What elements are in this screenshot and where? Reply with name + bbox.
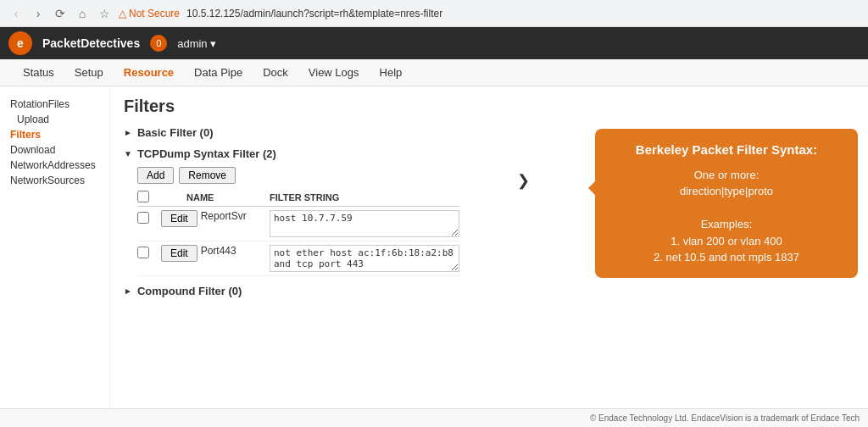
callout-line1: One or more:	[609, 167, 844, 184]
compound-filter-section: ► Compound Filter (0)	[124, 283, 854, 299]
back-btn[interactable]: ‹	[8, 6, 24, 21]
sidebar: RotationFiles Upload Filters Download Ne…	[0, 86, 110, 408]
app-header: e PacketDetectives 0 admin ▾	[0, 27, 868, 59]
table-row: Edit Port443 not ether host ac:1f:6b:18:…	[137, 241, 459, 276]
row1-name: ReportSvr	[201, 210, 247, 222]
compound-filter-arrow: ►	[124, 286, 132, 296]
nav-datapipe[interactable]: Data Pipe	[184, 61, 253, 84]
nav-status[interactable]: Status	[13, 61, 64, 84]
bookmark-btn[interactable]: ☆	[97, 6, 112, 21]
sidebar-item-filters[interactable]: Filters	[10, 127, 109, 142]
home-btn[interactable]: ⌂	[75, 6, 90, 21]
nav-resource[interactable]: Resource	[114, 61, 184, 84]
callout-body: One or more: direction|type|proto Exampl…	[609, 167, 844, 266]
callout-title: Berkeley Packet Filter Syntax:	[609, 141, 844, 160]
row2-filter-string[interactable]: not ether host ac:1f:6b:18:a2:b8 and tcp…	[270, 245, 459, 272]
url-bar[interactable]: 10.5.12.125/admin/launch?script=rh&templ…	[186, 8, 442, 19]
footer-text: © Endace Technology Ltd. EndaceVision is…	[590, 413, 860, 423]
basic-filter-label: Basic Filter (0)	[137, 126, 214, 139]
basic-filter-arrow: ►	[124, 128, 132, 137]
reload-btn[interactable]: ⟳	[53, 6, 68, 21]
col-filter-header: FILTER STRING	[270, 192, 459, 202]
callout-tooltip: Berkeley Packet Filter Syntax: One or mo…	[595, 129, 858, 278]
app-logo: e	[8, 31, 32, 55]
user-dropdown-icon: ▾	[210, 37, 216, 50]
page-title: Filters	[124, 97, 854, 116]
nav-setup[interactable]: Setup	[64, 61, 114, 84]
warning-text: Not Secure	[129, 8, 180, 19]
callout-examples-title: Examples:	[609, 216, 844, 233]
username-label: admin	[177, 37, 207, 50]
row2-checkbox[interactable]	[137, 247, 149, 258]
nav-bar: Status Setup Resource Data Pipe Dock Vie…	[0, 59, 868, 86]
warning-icon: △	[119, 8, 126, 19]
tcpdump-filter-arrow: ▼	[124, 149, 132, 158]
row2-name-cell: Edit Port443	[161, 245, 263, 262]
forward-btn[interactable]: ›	[31, 6, 46, 21]
row1-edit-button[interactable]: Edit	[161, 210, 198, 227]
browser-bar: ‹ › ⟳ ⌂ ☆ △ Not Secure 10.5.12.125/admin…	[0, 0, 868, 27]
callout-example2: 2. net 10.5 and not mpls 1837	[609, 249, 844, 266]
callout-line2: direction|type|proto	[609, 183, 844, 200]
filter-table: NAME FILTER STRING Edit ReportSvr host 1…	[137, 189, 459, 276]
row2-edit-button[interactable]: Edit	[161, 245, 198, 262]
nav-dock[interactable]: Dock	[253, 61, 298, 84]
remove-button[interactable]: Remove	[179, 167, 236, 184]
sidebar-item-download[interactable]: Download	[10, 142, 109, 158]
footer: © Endace Technology Ltd. EndaceVision is…	[0, 408, 868, 427]
sidebar-item-networkaddresses[interactable]: NetworkAddresses	[10, 158, 109, 173]
content-area: Filters ► Basic Filter (0) ▼ TCPDump Syn…	[110, 86, 868, 408]
sidebar-item-networksources[interactable]: NetworkSources	[10, 173, 109, 188]
sidebar-item-upload[interactable]: Upload	[10, 112, 109, 127]
app-name: PacketDetectives	[42, 36, 140, 50]
compound-filter-header[interactable]: ► Compound Filter (0)	[124, 283, 854, 299]
sidebar-item-rotationfiles[interactable]: RotationFiles	[10, 97, 109, 112]
add-button[interactable]: Add	[137, 167, 174, 184]
user-menu[interactable]: admin ▾	[177, 37, 215, 50]
main-layout: RotationFiles Upload Filters Download Ne…	[0, 86, 868, 408]
row2-name: Port443	[201, 245, 236, 257]
notification-badge[interactable]: 0	[150, 35, 167, 52]
callout-example1: 1. vlan 200 or vlan 400	[609, 233, 844, 250]
filter-table-header: NAME FILTER STRING	[137, 189, 459, 207]
security-warning: △ Not Secure	[119, 8, 180, 19]
tcpdump-filter-label: TCPDump Syntax Filter (2)	[137, 147, 276, 160]
nav-help[interactable]: Help	[370, 61, 413, 84]
row1-name-cell: Edit ReportSvr	[161, 210, 263, 227]
compound-filter-label: Compound Filter (0)	[137, 285, 242, 297]
logo-letter: e	[17, 36, 24, 50]
row1-filter-string[interactable]: host 10.7.7.59	[270, 210, 459, 237]
select-all-checkbox[interactable]	[137, 191, 149, 202]
col-name-header: NAME	[161, 192, 263, 202]
table-row: Edit ReportSvr host 10.7.7.59	[137, 207, 459, 241]
row1-checkbox[interactable]	[137, 212, 149, 224]
nav-viewlogs[interactable]: View Logs	[298, 61, 370, 84]
